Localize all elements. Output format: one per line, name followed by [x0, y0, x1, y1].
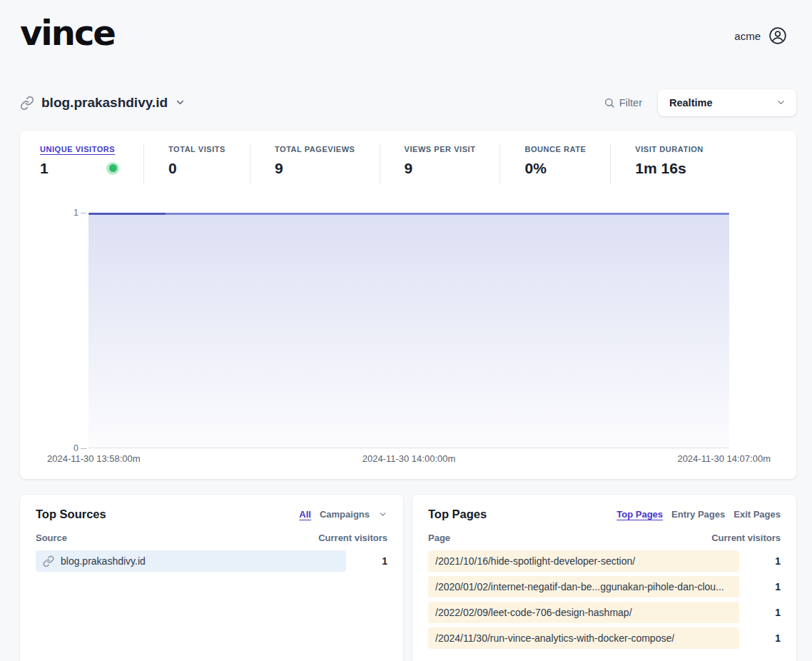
- page-row[interactable]: /2024/11/30/run-vince-analytics-with-doc…: [428, 627, 781, 649]
- stat-value-views-per-visit: 9: [405, 160, 413, 177]
- chart-area-fill: [88, 215, 729, 448]
- pages-tab-exit-pages[interactable]: Exit Pages: [734, 509, 781, 520]
- source-row-value: 1: [359, 555, 387, 567]
- chart-line: [88, 213, 729, 215]
- stat-views-per-visit[interactable]: VIEWS PER VISIT9: [380, 143, 501, 184]
- source-row-bar-track: blog.prakashdivy.id: [36, 550, 346, 572]
- stat-value-unique-visitors: 1: [40, 160, 49, 177]
- filter-button[interactable]: Filter: [604, 97, 642, 109]
- stat-bounce-rate[interactable]: BOUNCE RATE0%: [500, 143, 611, 184]
- page-row[interactable]: /2021/10/16/hide-spotlight-developer-sec…: [428, 550, 781, 572]
- x-axis-tick-label-2: 2024-11-30 14:07:00m: [677, 453, 771, 464]
- vince-analytics-dashboard: vince acme blog.prakashdivy.id: [0, 0, 812, 661]
- page-row[interactable]: /2022/02/09/leet-code-706-design-hashmap…: [428, 602, 781, 623]
- chevron-down-icon: [378, 510, 387, 519]
- page-row-label: /2021/10/16/hide-spotlight-developer-sec…: [435, 555, 635, 567]
- sources-tab-all[interactable]: All: [299, 509, 311, 520]
- stat-value-visit-duration: 1m 16s: [635, 160, 686, 177]
- page-row-bar-track: /2022/02/09/leet-code-706-design-hashmap…: [428, 602, 739, 623]
- top-pages-panel: Top Pages Top PagesEntry PagesExit Pages…: [412, 495, 796, 661]
- y-axis-label-min: 0: [73, 443, 78, 453]
- sources-tab-campaigns[interactable]: Campaigns: [320, 509, 370, 520]
- site-selector[interactable]: blog.prakashdivy.id: [20, 95, 186, 111]
- page-row-bar: /2022/02/09/leet-code-706-design-hashmap…: [428, 602, 739, 623]
- stat-value-row-total-visits: 0: [168, 160, 225, 177]
- column-header-current-visitors: Current visitors: [318, 533, 387, 543]
- page-row-bar: /2024/11/30/run-vince-analytics-with-doc…: [428, 627, 739, 649]
- y-axis-label-max: 1: [73, 208, 78, 218]
- visitors-chart: 1 0: [88, 213, 729, 448]
- pages-rows: /2021/10/16/hide-spotlight-developer-sec…: [428, 550, 781, 649]
- stat-label-bounce-rate: BOUNCE RATE: [524, 145, 586, 153]
- dashboard-panel: UNIQUE VISITORS1TOTAL VISITS0TOTAL PAGEV…: [20, 131, 796, 479]
- stat-label-unique-visitors: UNIQUE VISITORS: [40, 145, 119, 153]
- page-row-value: 1: [752, 607, 781, 618]
- site-bar-actions: Filter Realtime: [604, 89, 796, 116]
- page-row-value: 1: [752, 581, 781, 592]
- stat-value-row-visit-duration: 1m 16s: [635, 160, 704, 177]
- live-indicator-dot: [106, 162, 119, 175]
- source-row-label: blog.prakashdivy.id: [61, 555, 146, 567]
- page-row-bar: /2021/10/16/hide-spotlight-developer-sec…: [428, 550, 739, 572]
- app-logo[interactable]: vince: [20, 14, 115, 52]
- page-row-bar-track: /2021/10/16/hide-spotlight-developer-sec…: [428, 550, 739, 572]
- stat-label-visit-duration: VISIT DURATION: [635, 145, 704, 153]
- stat-value-row-unique-visitors: 1: [40, 160, 119, 177]
- user-avatar-icon[interactable]: [768, 26, 787, 45]
- account-menu[interactable]: acme: [734, 26, 787, 45]
- pages-tab-group: Top PagesEntry PagesExit Pages: [616, 509, 781, 520]
- stats-row: UNIQUE VISITORS1TOTAL VISITS0TOTAL PAGEV…: [37, 143, 779, 184]
- chevron-down-icon: [175, 97, 186, 108]
- stat-value-total-pageviews: 9: [275, 160, 283, 177]
- pages-tab-top-pages[interactable]: Top Pages: [616, 509, 663, 520]
- y-axis-tick: [81, 448, 86, 449]
- page-row-value: 1: [752, 632, 781, 644]
- source-row-bar: blog.prakashdivy.id: [36, 550, 346, 572]
- stat-value-total-visits: 0: [168, 160, 177, 177]
- search-icon: [604, 97, 615, 109]
- column-header-current-visitors: Current visitors: [711, 533, 781, 543]
- column-header-page: Page: [428, 533, 450, 543]
- account-name: acme: [734, 30, 761, 42]
- x-axis-tick-label-0: 2024-11-30 13:58:00m: [47, 453, 141, 464]
- x-axis-line: [88, 448, 729, 448]
- period-value: Realtime: [669, 97, 712, 109]
- page-row-bar-track: /2024/11/30/run-vince-analytics-with-doc…: [428, 627, 739, 649]
- y-axis-tick: [81, 213, 86, 213]
- stat-unique-visitors[interactable]: UNIQUE VISITORS1: [37, 143, 144, 184]
- page-row-label: /2022/02/09/leet-code-706-design-hashmap…: [435, 607, 632, 618]
- page-row-bar: /2020/01/02/internet-negatif-dan-be...gg…: [428, 576, 739, 597]
- site-bar: blog.prakashdivy.id Filter Realtime: [0, 89, 812, 116]
- top-pages-title: Top Pages: [428, 508, 487, 521]
- period-dropdown[interactable]: Realtime: [658, 89, 796, 116]
- stat-value-row-total-pageviews: 9: [275, 160, 355, 177]
- x-axis-labels: 2024-11-30 13:58:00m2024-11-30 14:00:00m…: [47, 453, 771, 464]
- top-sources-panel: Top Sources AllCampaigns Source Current …: [20, 495, 403, 661]
- breakdown-panels: Top Sources AllCampaigns Source Current …: [20, 495, 796, 661]
- page-row-value: 1: [752, 555, 781, 567]
- page-row-label: /2020/01/02/internet-negatif-dan-be...gg…: [435, 581, 724, 592]
- top-bar: vince acme: [0, 0, 812, 52]
- sources-tab-group: AllCampaigns: [299, 509, 387, 520]
- link-icon: [43, 555, 54, 567]
- filter-label: Filter: [619, 97, 642, 109]
- top-sources-title: Top Sources: [36, 508, 106, 521]
- stat-label-total-visits: TOTAL VISITS: [168, 145, 225, 153]
- page-row[interactable]: /2020/01/02/internet-negatif-dan-be...gg…: [428, 576, 781, 597]
- stat-label-views-per-visit: VIEWS PER VISIT: [405, 145, 476, 153]
- page-row-bar-track: /2020/01/02/internet-negatif-dan-be...gg…: [428, 576, 739, 597]
- source-row[interactable]: blog.prakashdivy.id1: [36, 550, 387, 572]
- page-row-label: /2024/11/30/run-vince-analytics-with-doc…: [435, 632, 674, 644]
- stat-value-row-views-per-visit: 9: [405, 160, 476, 177]
- stat-label-total-pageviews: TOTAL PAGEVIEWS: [275, 145, 355, 153]
- stat-value-row-bounce-rate: 0%: [524, 160, 586, 177]
- stat-value-bounce-rate: 0%: [524, 160, 546, 177]
- link-icon: [20, 96, 34, 110]
- column-header-source: Source: [36, 533, 67, 543]
- x-axis-tick-label-1: 2024-11-30 14:00:00m: [362, 453, 456, 464]
- chevron-down-icon: [776, 97, 786, 108]
- stat-visit-duration[interactable]: VISIT DURATION1m 16s: [611, 143, 728, 184]
- stat-total-pageviews[interactable]: TOTAL PAGEVIEWS9: [250, 143, 380, 184]
- pages-tab-entry-pages[interactable]: Entry Pages: [671, 509, 725, 520]
- stat-total-visits[interactable]: TOTAL VISITS0: [144, 143, 250, 184]
